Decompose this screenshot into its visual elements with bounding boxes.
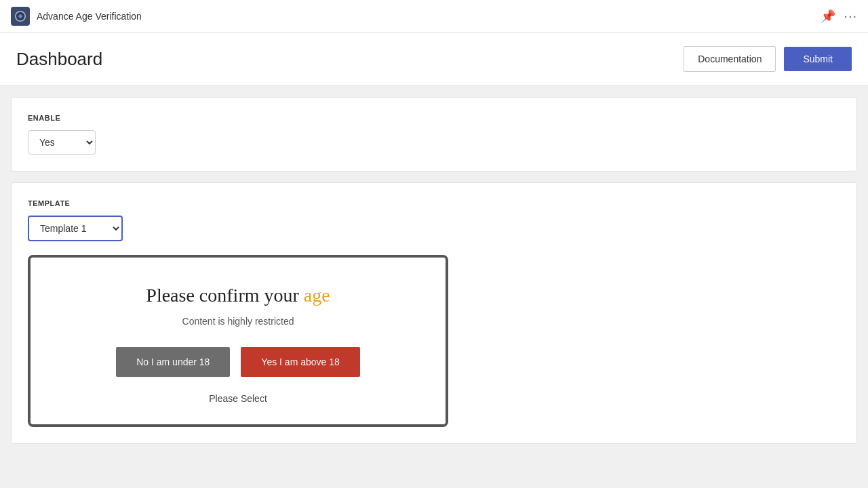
top-nav: Advance Age Verification 📌 ··· [0,0,868,33]
header-section: Dashboard Documentation Submit [0,33,868,86]
template-select[interactable]: Template 1 Template 2 Template 3 [28,216,123,241]
enable-label: ENABLE [28,114,840,122]
documentation-button[interactable]: Documentation [684,46,776,72]
enable-select[interactable]: Yes No [28,130,96,155]
more-icon[interactable]: ··· [844,8,857,24]
template-preview: Please confirm your age Content is highl… [28,255,448,427]
page-title: Dashboard [16,49,102,70]
template-label: TEMPLATE [28,199,840,207]
preview-title: Please confirm your age [146,285,330,306]
preview-buttons: No I am under 18 Yes I am above 18 [116,347,360,377]
pin-icon[interactable]: 📌 [821,9,835,24]
preview-title-part1: Please confirm your [146,285,304,306]
please-select-text: Please Select [209,393,267,404]
preview-inner: Please confirm your age Content is highl… [31,258,446,424]
top-nav-left: Advance Age Verification [11,7,142,26]
preview-title-highlight: age [304,285,330,306]
top-nav-right: 📌 ··· [821,8,857,24]
no-button[interactable]: No I am under 18 [116,347,230,377]
yes-button[interactable]: Yes I am above 18 [241,347,359,377]
preview-subtitle: Content is highly restricted [182,316,294,327]
template-card: TEMPLATE Template 1 Template 2 Template … [11,182,857,444]
header-actions: Documentation Submit [684,46,852,72]
submit-button[interactable]: Submit [784,47,852,71]
app-title: Advance Age Verification [37,11,142,22]
app-icon [11,7,30,26]
enable-card: ENABLE Yes No [11,97,857,171]
